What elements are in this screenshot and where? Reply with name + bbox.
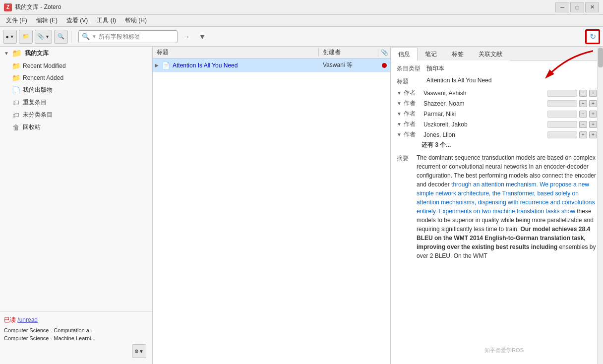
new-item-button[interactable]: ● ▼ — [3, 30, 17, 44]
window-controls: ─ □ ✕ — [555, 2, 599, 12]
col-attach: 📎 — [378, 49, 390, 56]
abstract-label: 摘要 — [397, 153, 417, 163]
info-content: 条目类型 预印本 标题 Attention Is All You Need ▼ … — [391, 61, 603, 364]
author-minus-1[interactable]: − — [579, 100, 587, 107]
maximize-button[interactable]: □ — [570, 2, 584, 12]
recent-modified-icon: 📁 — [12, 62, 20, 70]
tab-info[interactable]: 信息 — [391, 48, 418, 61]
menu-tools[interactable]: 工具 (I) — [93, 15, 120, 26]
sidebar-item-recent-added[interactable]: 📁 Rencent Added — [0, 72, 152, 84]
minimize-button[interactable]: ─ — [555, 2, 569, 12]
author-label-0: 作者 — [404, 89, 423, 97]
new-item-icon: ● — [5, 34, 9, 40]
author-row-3: ▼ 作者 Uszkoreit, Jakob − + — [397, 120, 597, 128]
author-arrow-1: ▼ — [397, 101, 402, 106]
list-panel: 标题 创建者 📎 ▶ 📄 Attention Is All You Need V… — [153, 47, 391, 364]
new-collection-button[interactable]: 📁 — [19, 30, 33, 44]
menu-bar: 文件 (F) 编辑 (E) 查看 (V) 工具 (I) 帮助 (H) — [0, 15, 603, 27]
author-minus-0[interactable]: − — [579, 90, 587, 97]
unclassified-icon: 🏷 — [12, 111, 20, 119]
more-authors: 还有 3 个... — [422, 141, 597, 149]
attach-icon: 📎 — [37, 33, 44, 40]
menu-file[interactable]: 文件 (F) — [2, 15, 31, 26]
author-name-3[interactable]: Uszkoreit, Jakob — [423, 121, 547, 128]
author-name-0[interactable]: Vaswani, Ashish — [423, 90, 547, 97]
close-button[interactable]: ✕ — [585, 2, 599, 12]
tag-unread[interactable]: /unread — [17, 316, 38, 323]
title-row: 标题 Attention Is All You Need — [397, 77, 597, 86]
search-input[interactable] — [99, 33, 168, 40]
author-plus-2[interactable]: + — [589, 111, 597, 118]
author-plus-1[interactable]: + — [589, 100, 597, 107]
author-label-4: 作者 — [404, 130, 423, 139]
publications-label: 我的出版物 — [23, 86, 53, 94]
tab-notes[interactable]: 笔记 — [418, 48, 444, 61]
main-content: ▼ 📁 我的文库 📁 Recent Modified 📁 Rencent Add… — [0, 47, 603, 364]
col-author[interactable]: 创建者 — [319, 48, 378, 57]
search-container: 🔍 ▼ — [78, 30, 178, 43]
sync-button[interactable]: ↻ — [585, 29, 600, 44]
sidebar-item-recent-modified[interactable]: 📁 Recent Modified — [0, 60, 152, 72]
search-icon: 🔍 — [82, 33, 90, 40]
recent-added-label: Rencent Added — [23, 74, 63, 81]
toolbar-sep — [71, 31, 71, 43]
sidebar-item-unclassified[interactable]: 🏷 未分类条目 — [0, 109, 152, 121]
author-arrow-3: ▼ — [397, 121, 402, 127]
info-panel: 信息 笔记 标签 关联文献 条目类型 预印本 标题 Attention Is A… — [391, 47, 603, 364]
nav-dropdown-button[interactable]: ▼ — [195, 30, 209, 44]
author-name-1[interactable]: Shazeer, Noam — [423, 100, 547, 107]
author-minus-2[interactable]: − — [579, 111, 587, 118]
row-item-icon: 📄 — [161, 61, 171, 69]
item-type-label: 条目类型 — [397, 64, 426, 73]
publications-icon: 📄 — [12, 86, 20, 94]
tags-button[interactable]: ⚙▼ — [132, 344, 146, 358]
cs-ml: Computer Science - Machine Learni... — [4, 334, 148, 342]
author-field-4 — [547, 131, 577, 138]
trash-label: 回收站 — [23, 123, 41, 131]
author-name-4[interactable]: Jones, Llion — [423, 131, 547, 138]
nav-forward-button[interactable]: → — [180, 30, 193, 44]
recent-added-icon: 📁 — [12, 74, 20, 82]
title-bar: Z 我的文库 - Zotero ─ □ ✕ — [0, 0, 603, 15]
author-plus-0[interactable]: + — [589, 90, 597, 97]
attach-button[interactable]: 📎 ▼ — [35, 30, 52, 44]
author-controls-0: − + — [547, 90, 597, 97]
menu-help[interactable]: 帮助 (H) — [121, 15, 151, 26]
sidebar-item-trash[interactable]: 🗑 回收站 — [0, 121, 152, 133]
author-controls-3: − + — [547, 121, 597, 128]
item-type-value: 预印本 — [426, 64, 444, 73]
duplicates-icon: 🏷 — [12, 99, 20, 107]
author-name-2[interactable]: Parmar, Niki — [423, 111, 547, 118]
row-title: Attention Is All You Need — [171, 62, 319, 69]
menu-view[interactable]: 查看 (V) — [62, 15, 92, 26]
table-row[interactable]: ▶ 📄 Attention Is All You Need Vaswani 等 — [153, 59, 390, 72]
scrollbar-thumb[interactable] — [598, 48, 603, 67]
author-plus-3[interactable]: + — [589, 121, 597, 128]
author-field-1 — [547, 100, 577, 107]
author-arrow-4: ▼ — [397, 132, 402, 137]
author-minus-3[interactable]: − — [579, 121, 587, 128]
author-minus-4[interactable]: − — [579, 131, 587, 138]
attach-arrow: ▼ — [45, 34, 50, 39]
tab-tags[interactable]: 标签 — [444, 48, 471, 61]
trash-icon: 🗑 — [12, 123, 20, 131]
library-folder-icon: 📁 — [12, 49, 22, 58]
tab-related[interactable]: 关联文献 — [471, 48, 510, 61]
title-value[interactable]: Attention Is All You Need — [426, 77, 597, 84]
my-library-header[interactable]: ▼ 📁 我的文库 — [0, 47, 152, 60]
author-plus-4[interactable]: + — [589, 131, 597, 138]
tag-read[interactable]: 已读 — [4, 316, 16, 323]
abstract-row: 摘要 The dominant sequence transduction mo… — [397, 153, 597, 260]
search-dropdown[interactable]: ▼ — [92, 34, 97, 39]
author-controls-2: − + — [547, 111, 597, 118]
locate-button[interactable]: 🔍 — [54, 30, 68, 44]
col-title[interactable]: 标题 — [153, 48, 319, 57]
sidebar-item-duplicates[interactable]: 🏷 重复条目 — [0, 96, 152, 109]
app-icon: Z — [4, 3, 12, 11]
sidebar-item-my-publications[interactable]: 📄 我的出版物 — [0, 84, 152, 96]
row-attach — [378, 63, 390, 68]
scrollbar-track[interactable] — [597, 47, 603, 364]
library-label: 我的文库 — [25, 49, 49, 58]
author-field-3 — [547, 121, 577, 128]
menu-edit[interactable]: 编辑 (E) — [32, 15, 61, 26]
